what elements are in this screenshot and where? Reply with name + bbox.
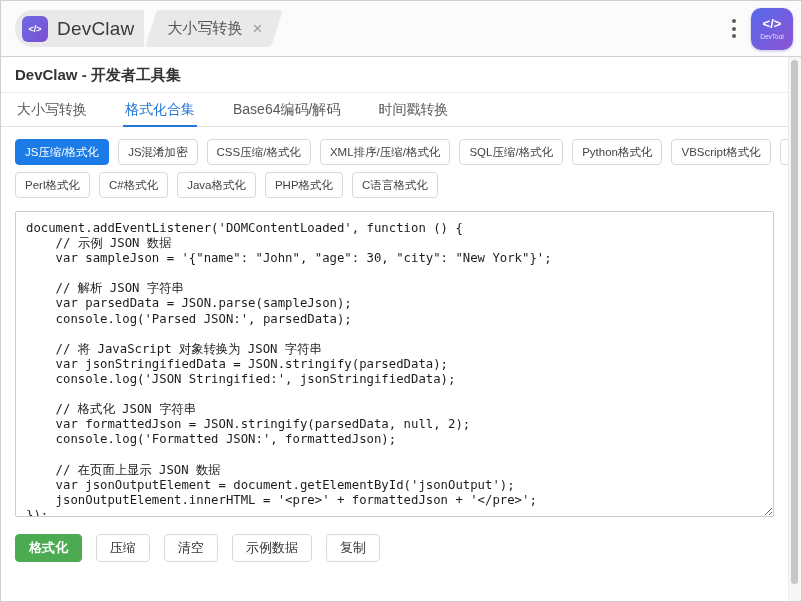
content: DevClaw - 开发者工具集 大小写转换 格式化合集 Base64编码/解码…	[1, 57, 788, 562]
tool-tabs: 大小写转换 格式化合集 Base64编码/解码 时间戳转换	[1, 93, 788, 127]
topbar-right: </> DevTool	[728, 8, 795, 50]
compress-button[interactable]: 压缩	[96, 534, 150, 562]
format-button[interactable]: 格式化	[15, 534, 82, 562]
tab-formatter-collection[interactable]: 格式化合集	[123, 93, 197, 127]
chip-java-format[interactable]: Java格式化	[177, 172, 256, 198]
sample-data-button[interactable]: 示例数据	[232, 534, 312, 562]
chip-vbscript-format[interactable]: VBScript格式化	[671, 139, 770, 165]
chip-js-obfuscate[interactable]: JS混淆加密	[118, 139, 197, 165]
topbar: </> DevClaw 大小写转换 × </> DevTool	[1, 1, 801, 57]
close-icon[interactable]: ×	[251, 20, 263, 37]
chip-sql-format[interactable]: SQL压缩/格式化	[459, 139, 563, 165]
scrollbar-thumb[interactable]	[791, 60, 798, 584]
devtool-button-label: DevTool	[760, 33, 783, 40]
document-tab-label: 大小写转换	[167, 19, 242, 38]
chip-xml-format[interactable]: XML排序/压缩/格式化	[320, 139, 451, 165]
chip-csharp-format[interactable]: C#格式化	[99, 172, 168, 198]
chip-row-2: Perl格式化 C#格式化 Java格式化 PHP格式化 C语言格式化	[15, 172, 774, 198]
chip-python-format[interactable]: Python格式化	[572, 139, 662, 165]
page-scrollbar[interactable]	[788, 57, 801, 601]
devtool-button[interactable]: </> DevTool	[751, 8, 793, 50]
action-bar: 格式化 压缩 清空 示例数据 复制	[1, 517, 788, 562]
chip-perl-format[interactable]: Perl格式化	[15, 172, 90, 198]
brand: </> DevClaw	[15, 10, 144, 47]
devclaw-window: </> DevClaw 大小写转换 × </> DevTool DevClaw …	[0, 0, 802, 602]
brand-tab-group: </> DevClaw 大小写转换 ×	[15, 10, 277, 47]
chip-row-1: JS压缩/格式化 JS混淆加密 CSS压缩/格式化 XML排序/压缩/格式化 S…	[15, 139, 774, 165]
editor-wrap: document.addEventListener('DOMContentLoa…	[1, 198, 788, 517]
clear-button[interactable]: 清空	[164, 534, 218, 562]
formatter-chips: JS压缩/格式化 JS混淆加密 CSS压缩/格式化 XML排序/压缩/格式化 S…	[1, 127, 788, 198]
chip-css-format[interactable]: CSS压缩/格式化	[207, 139, 311, 165]
kebab-menu-icon[interactable]	[728, 15, 740, 42]
chip-c-format[interactable]: C语言格式化	[352, 172, 438, 198]
code-icon: </>	[763, 17, 782, 31]
document-tab[interactable]: 大小写转换 ×	[151, 10, 277, 47]
chip-php-format[interactable]: PHP格式化	[265, 172, 343, 198]
tab-timestamp[interactable]: 时间戳转换	[376, 93, 450, 126]
tab-case-convert[interactable]: 大小写转换	[15, 93, 89, 126]
page-title: DevClaw - 开发者工具集	[1, 57, 788, 93]
code-input[interactable]: document.addEventListener('DOMContentLoa…	[15, 211, 774, 517]
chip-js-format[interactable]: JS压缩/格式化	[15, 139, 109, 165]
copy-button[interactable]: 复制	[326, 534, 380, 562]
devclaw-logo-icon: </>	[22, 16, 48, 42]
app-name: DevClaw	[57, 18, 134, 40]
tab-base64[interactable]: Base64编码/解码	[231, 93, 342, 126]
